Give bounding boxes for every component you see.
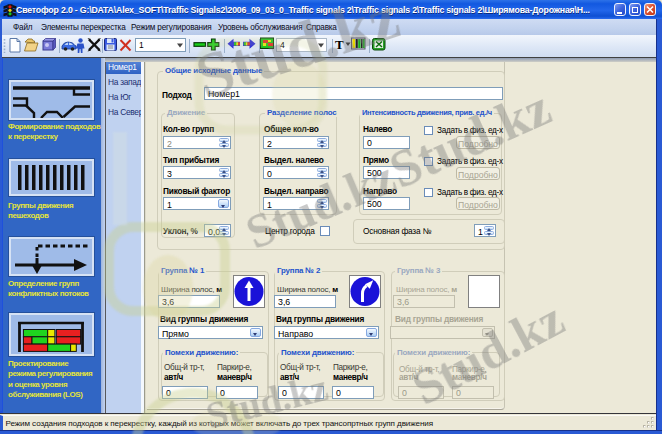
svg-text:4: 4 (280, 40, 285, 50)
svg-text:1: 1 (139, 40, 144, 50)
svg-text:T: T (335, 37, 344, 52)
